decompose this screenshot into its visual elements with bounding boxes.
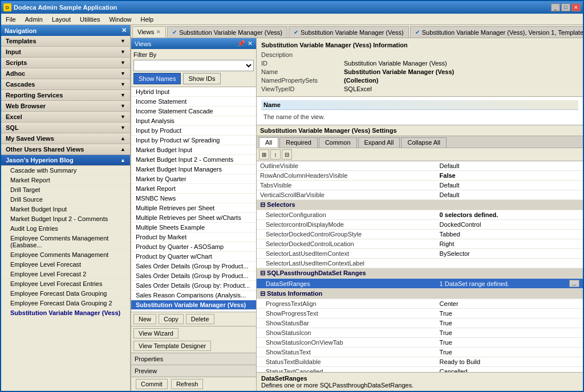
nav-section-sql-header[interactable]: SQL ▼ (1, 122, 130, 133)
settings-row-4[interactable]: ⊟ Selectors (257, 200, 583, 210)
nav-section-web-header[interactable]: Web Browser ▼ (1, 101, 130, 112)
nav-blog-item-11[interactable]: Employee Level Forecast Entries (1, 279, 130, 289)
nav-section-templates-header[interactable]: Templates ▼ (1, 36, 130, 47)
preview-section[interactable]: Preview (131, 365, 256, 377)
settings-tab-common[interactable]: Common (319, 137, 357, 148)
views-panel-close-icon[interactable]: ✕ (248, 40, 253, 47)
view-item-2[interactable]: Income Statement Cascade (131, 107, 256, 116)
show-ids-button[interactable]: Show IDs (183, 73, 220, 84)
settings-tab-required[interactable]: Required (279, 137, 318, 148)
settings-tb-icon-3[interactable]: ⊟ (282, 149, 292, 160)
nav-section-adhoc-header[interactable]: Adhoc ▼ (1, 68, 130, 79)
view-item-19[interactable]: Sales Order Details (Group by Product... (131, 271, 256, 281)
settings-row-14[interactable]: ProgressTextAlign Center (257, 299, 583, 309)
settings-row-1[interactable]: RowAndColumnHeadersVisible False (257, 171, 583, 181)
left-panel-close-icon[interactable]: ✕ (121, 27, 127, 34)
filter-select[interactable] (133, 60, 254, 71)
view-item-8[interactable]: Market Budget Input Managers (131, 165, 256, 174)
menu-layout[interactable]: Layout (47, 15, 75, 24)
view-item-6[interactable]: Market Budget Input (131, 145, 256, 155)
settings-tb-icon-1[interactable]: ⊞ (259, 149, 269, 160)
view-item-18[interactable]: Sales Order Details (Group by Product... (131, 262, 256, 271)
view-item-14[interactable]: Multiple Sheets Example (131, 223, 256, 232)
nav-blog-item-9[interactable]: Employee Level Forecast (1, 260, 130, 270)
view-item-7[interactable]: Market Budget Input 2 - Comments (131, 155, 256, 165)
view-item-11[interactable]: MSNBC News (131, 194, 256, 203)
nav-blog-item-8[interactable]: Employee Comments Management (1, 250, 130, 260)
view-item-13[interactable]: Multiple Retrieves per Sheet w/Charts (131, 213, 256, 223)
view-item-20[interactable]: Sales Order Details (Group by: Product..… (131, 281, 256, 291)
settings-row-0[interactable]: OutlineVisible Default (257, 161, 583, 171)
show-names-button[interactable]: Show Names (133, 73, 181, 84)
views-panel-controls[interactable]: 📌 ✕ (237, 40, 253, 47)
nav-blog-item-13[interactable]: Employee Forecast Data Grouping 2 (1, 299, 130, 308)
settings-row-11[interactable]: ⊟ SQLPassthroughDataSet Ranges (257, 268, 583, 279)
nav-blog-item-2[interactable]: Drill Target (1, 185, 130, 195)
nav-blog-item-12[interactable]: Employee Forecast Data Grouping (1, 289, 130, 299)
view-item-10[interactable]: Market Report (131, 184, 256, 194)
view-item-15[interactable]: Product by Market (131, 232, 256, 242)
settings-row-8[interactable]: SelectorDockedControlLocation Right (257, 239, 583, 249)
view-item-5[interactable]: Input by Product w/ Spreading (131, 136, 256, 145)
properties-section[interactable]: Properties (131, 353, 256, 365)
menu-help[interactable]: Help (136, 15, 159, 24)
nav-blog-item-1[interactable]: Market Report (1, 175, 130, 185)
view-item-12[interactable]: Multiple Retrieves per Sheet (131, 203, 256, 213)
view-item-1[interactable]: Income Statement (131, 97, 256, 107)
settings-tab-collapse[interactable]: Collapse All (401, 137, 446, 148)
nav-blog-item-3[interactable]: Drill Source (1, 195, 130, 205)
settings-row-21[interactable]: StatusTextCancelled Cancelled (257, 367, 583, 373)
nav-section-excel-header[interactable]: Excel ▼ (1, 112, 130, 122)
settings-tb-icon-2[interactable]: ↕ (270, 149, 281, 160)
settings-row-15[interactable]: ShowProgressText True (257, 309, 583, 318)
nav-section-blog-header[interactable]: Jason's Hyperion Blog ▲ (1, 155, 130, 166)
close-button[interactable]: ✕ (571, 3, 581, 11)
tab-views[interactable]: Views ✕ (132, 26, 166, 38)
settings-row-13[interactable]: ⊟ Status Information (257, 289, 583, 299)
view-item-0[interactable]: Hybrid Input (131, 87, 256, 97)
settings-row-6[interactable]: SelectorcontrolDisplayMode DockedControl (257, 220, 583, 230)
nav-blog-item-0[interactable]: Cascade with Summary (1, 166, 130, 175)
maximize-button[interactable]: □ (561, 3, 570, 11)
menu-admin[interactable]: Admin (21, 15, 47, 24)
nav-section-input-header[interactable]: Input ▼ (1, 47, 130, 58)
tab-views-close[interactable]: ✕ (156, 29, 161, 35)
settings-row-2[interactable]: TabsVisible Default (257, 181, 583, 190)
settings-tab-all[interactable]: All (259, 137, 278, 148)
nav-section-my-saved-header[interactable]: My Saved Views ▲ (1, 133, 130, 144)
settings-tab-expand[interactable]: Expand All (358, 137, 400, 148)
dataset-ranges-btn[interactable]: ... (569, 280, 579, 287)
tab-sub-var1[interactable]: ✔ Substitution Variable Manager (Vess) (167, 26, 287, 38)
view-item-16[interactable]: Product by Quarter - ASOSamp (131, 242, 256, 252)
nav-section-scripts-header[interactable]: Scripts ▼ (1, 58, 130, 68)
minimize-button[interactable]: _ (551, 3, 560, 11)
settings-row-20[interactable]: StatusTextBuildable Ready to Build (257, 357, 583, 367)
view-item-21[interactable]: Sales Reason Comparisons (Analysis... (131, 291, 256, 300)
nav-blog-item-4[interactable]: Market Budget Input (1, 205, 130, 214)
view-wizard-button[interactable]: View Wizard (133, 328, 179, 338)
new-button[interactable]: New (133, 314, 156, 324)
view-item-9[interactable]: Market by Quarter (131, 174, 256, 184)
menu-file[interactable]: File (1, 15, 21, 24)
settings-row-9[interactable]: SelectorLastUsedItemContext BySelector (257, 249, 583, 259)
tab-sub-var3[interactable]: ✔ Substitution Variable Manager (Vess), … (410, 26, 583, 38)
settings-row-10[interactable]: SelectorLastUsedItemContextLabel (257, 259, 583, 268)
menu-window[interactable]: Window (104, 15, 136, 24)
settings-row-18[interactable]: ShowStatusIconOnViewTab True (257, 338, 583, 348)
nav-blog-item-7[interactable]: Employee Comments Management (Easbase... (1, 234, 130, 250)
view-item-22[interactable]: Substitution Variable Manager (Vess) (131, 300, 256, 310)
copy-button[interactable]: Copy (159, 314, 184, 324)
nav-blog-item-5[interactable]: Market Budget Input 2 - Comments (1, 214, 130, 224)
refresh-button[interactable]: Refresh (171, 379, 204, 389)
window-controls[interactable]: _ □ ✕ (551, 3, 581, 11)
settings-row-3[interactable]: VerticalScrollBarVisible Default (257, 190, 583, 200)
settings-row-17[interactable]: ShowStatusIcon True (257, 328, 583, 338)
settings-row-12[interactable]: DataSetRanges 1 DataSet range defined. .… (257, 279, 583, 289)
tab-sub-var2[interactable]: ✔ Substitution Variable Manager (Vess) (289, 26, 409, 38)
settings-row-16[interactable]: ShowStatusBar True (257, 318, 583, 328)
delete-button[interactable]: Delete (186, 314, 214, 324)
settings-row-19[interactable]: ShowStatusText True (257, 348, 583, 357)
views-panel-pin-icon[interactable]: 📌 (237, 40, 245, 47)
settings-row-7[interactable]: SelectorDockedControlGroupStyle Tabbed (257, 230, 583, 239)
nav-section-reporting-header[interactable]: Reporting Services ▼ (1, 90, 130, 101)
